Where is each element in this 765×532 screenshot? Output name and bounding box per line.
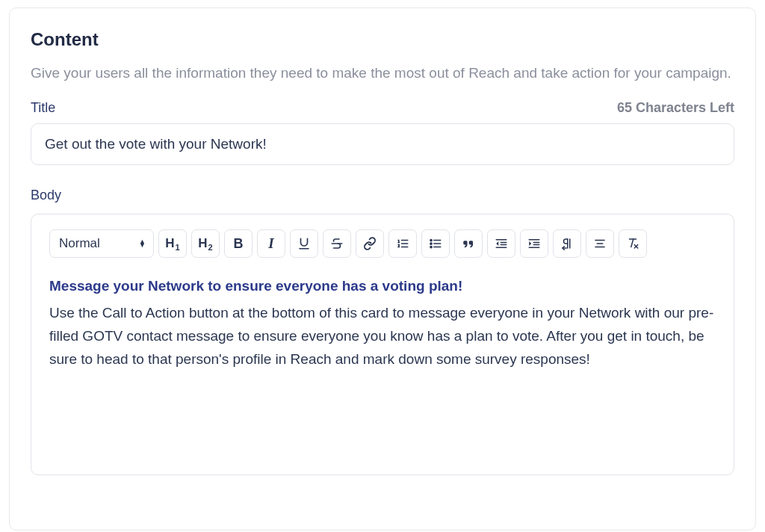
title-input[interactable] xyxy=(31,123,734,165)
outdent-button[interactable] xyxy=(487,229,515,258)
quote-icon xyxy=(462,237,475,250)
link-icon xyxy=(363,237,377,250)
title-label: Title xyxy=(31,100,55,116)
indent-icon xyxy=(527,237,541,250)
ordered-list-button[interactable] xyxy=(388,229,417,258)
select-caret-icon: ▲▼ xyxy=(139,240,146,247)
format-select[interactable]: Normal ▲▼ xyxy=(49,229,154,258)
body-headline: Message your Network to ensure everyone … xyxy=(49,274,716,297)
strikethrough-button[interactable] xyxy=(323,229,351,258)
body-paragraph: Use the Call to Action button at the bot… xyxy=(49,301,716,371)
editor-content-area[interactable]: Message your Network to ensure everyone … xyxy=(49,274,716,371)
section-heading: Content xyxy=(31,29,734,50)
underline-button[interactable] xyxy=(290,229,318,258)
text-direction-button[interactable] xyxy=(553,229,581,258)
clear-format-button[interactable] xyxy=(619,229,647,258)
title-field-row: Title 65 Characters Left xyxy=(31,100,734,116)
link-button[interactable] xyxy=(356,229,384,258)
bold-button[interactable]: B xyxy=(224,229,253,258)
body-label: Body xyxy=(31,188,734,203)
underline-icon xyxy=(297,237,311,250)
heading2-button[interactable]: H2 xyxy=(191,229,220,258)
text-direction-icon xyxy=(560,237,574,250)
body-editor: Normal ▲▼ H1 H2 B I xyxy=(31,214,734,475)
section-description: Give your users all the information they… xyxy=(31,62,734,84)
h2-icon: H2 xyxy=(198,236,212,252)
svg-point-9 xyxy=(430,243,432,244)
editor-toolbar: Normal ▲▼ H1 H2 B I xyxy=(49,229,716,258)
svg-point-8 xyxy=(430,240,432,241)
heading1-button[interactable]: H1 xyxy=(158,229,187,258)
content-panel: Content Give your users all the informat… xyxy=(9,7,756,531)
outdent-icon xyxy=(495,237,508,250)
unordered-list-icon xyxy=(429,237,442,250)
italic-icon: I xyxy=(268,235,273,252)
bold-icon: B xyxy=(234,236,244,252)
italic-button[interactable]: I xyxy=(257,229,285,258)
format-select-value: Normal xyxy=(59,236,100,251)
indent-button[interactable] xyxy=(520,229,548,258)
clear-format-icon xyxy=(625,237,640,250)
align-icon xyxy=(593,237,607,250)
align-button[interactable] xyxy=(586,229,614,258)
h1-icon: H1 xyxy=(165,236,179,252)
title-chars-left: 65 Characters Left xyxy=(617,100,734,116)
ordered-list-icon xyxy=(396,237,409,250)
strikethrough-icon xyxy=(330,237,344,250)
blockquote-button[interactable] xyxy=(454,229,483,258)
svg-point-10 xyxy=(430,247,432,248)
unordered-list-button[interactable] xyxy=(421,229,450,258)
